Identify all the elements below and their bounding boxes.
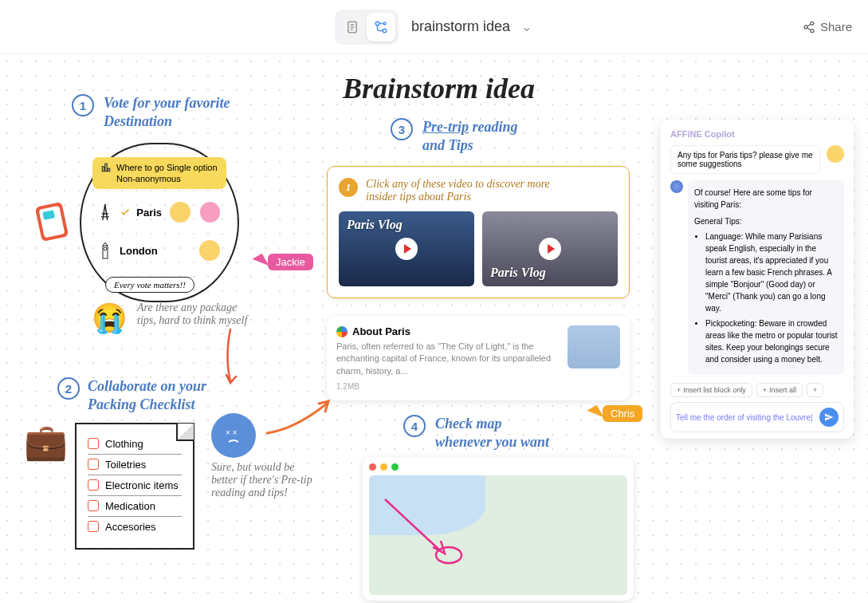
- poll-option-paris[interactable]: Paris: [92, 197, 226, 227]
- svg-line-11: [807, 28, 811, 30]
- map-image[interactable]: [369, 475, 627, 595]
- checkbox-icon[interactable]: [88, 479, 99, 491]
- window-controls: [369, 463, 627, 471]
- app-header: brainstorm idea ⌄ Share: [0, 0, 868, 54]
- section-2-heading: Collaborate on your Packing Checklist: [88, 377, 206, 415]
- list-item[interactable]: Toiletries: [88, 455, 182, 475]
- section-vote: 1 Vote for your favorite Destination Whe…: [72, 94, 319, 302]
- section-4-heading: Check map whenever you want: [435, 415, 549, 452]
- avatar: [168, 200, 191, 224]
- copilot-input-wrap: [670, 402, 844, 432]
- section-number-2: 2: [57, 377, 80, 400]
- doc-mode-button[interactable]: [338, 13, 367, 41]
- insert-list-chip[interactable]: +Insert list block only: [670, 383, 752, 397]
- comment-crying: 😭 Are there any package tips, hard to th…: [92, 302, 281, 335]
- avatar: [198, 200, 222, 224]
- mindmap-icon: [374, 20, 388, 34]
- svg-point-8: [804, 26, 807, 29]
- ai-icon: [670, 180, 683, 193]
- avatar: [198, 238, 222, 262]
- section-pretrip: 3 Pre-trip reading and Tips: [391, 118, 638, 156]
- eiffel-tower-icon: [97, 203, 113, 222]
- document-icon: [345, 20, 359, 34]
- chevron-down-icon[interactable]: ⌄: [521, 19, 532, 34]
- map-widget[interactable]: [363, 457, 634, 601]
- about-paris-card[interactable]: About Paris Paris, often referred to as …: [327, 316, 630, 400]
- mode-switcher: [335, 10, 399, 45]
- svg-point-5: [383, 29, 387, 33]
- video-thumbnail-2[interactable]: Paris Vlog: [482, 211, 618, 286]
- list-item[interactable]: Accesories: [88, 517, 182, 537]
- page-title: Brainstorm idea: [343, 72, 535, 105]
- copilot-title: AFFiNE Copilot: [670, 129, 844, 139]
- user-message: Any tips for Paris tips? please give me …: [670, 145, 820, 174]
- dizzy-face-icon: × ×: [211, 413, 256, 458]
- cursor-pointer-icon: [252, 253, 269, 271]
- hint-number: 1: [339, 178, 358, 197]
- whiteboard-canvas[interactable]: Brainstorm idea 1 Vote for your favorite…: [0, 54, 868, 603]
- collaborator-cursor-jackie: Jackie: [255, 254, 313, 270]
- about-thumbnail: [568, 325, 620, 368]
- section-number-1: 1: [72, 94, 94, 116]
- svg-rect-17: [108, 168, 109, 171]
- svg-rect-15: [102, 167, 104, 171]
- checkbox-icon[interactable]: [88, 521, 99, 532]
- poll-footer: Every vote matters!!: [105, 277, 194, 293]
- svg-point-6: [383, 22, 386, 25]
- svg-text:× ×: × ×: [226, 428, 238, 437]
- avatar: [827, 145, 844, 163]
- checkbox-icon[interactable]: [88, 438, 99, 449]
- video-card-widget[interactable]: 1 Click any of these video to discover m…: [327, 166, 630, 298]
- svg-line-10: [807, 24, 811, 26]
- svg-rect-16: [105, 164, 107, 171]
- svg-point-9: [811, 29, 814, 32]
- play-icon[interactable]: [539, 238, 561, 260]
- crying-emoji-icon: 😭: [92, 302, 128, 335]
- send-button[interactable]: [819, 408, 839, 427]
- more-chip[interactable]: +: [807, 383, 823, 397]
- play-icon[interactable]: [395, 238, 418, 260]
- poll-header: Where to go Single option Non-anonymous: [92, 157, 226, 190]
- big-ben-icon: [97, 241, 113, 260]
- poll-widget[interactable]: Where to go Single option Non-anonymous …: [80, 143, 239, 303]
- share-icon: [803, 21, 815, 34]
- briefcase-icon: 💼: [24, 421, 68, 463]
- list-item[interactable]: Electronic items: [88, 475, 182, 496]
- collaborator-cursor-chris: Chris: [590, 405, 642, 422]
- video-thumbnail-1[interactable]: Paris Vlog: [339, 211, 474, 286]
- ai-message: Of course! Here are some tips for visiti…: [688, 180, 844, 375]
- insert-all-chip[interactable]: +Insert all: [756, 383, 803, 397]
- svg-point-21: [436, 547, 461, 563]
- cursor-pointer-icon: [587, 404, 603, 423]
- list-item[interactable]: Medication: [88, 496, 182, 517]
- section-1-heading: Vote for your favorite Destination: [104, 94, 230, 132]
- svg-point-7: [811, 22, 814, 25]
- copilot-panel: AFFiNE Copilot Any tips for Paris tips? …: [661, 120, 854, 439]
- arrow-curve-icon: [263, 397, 335, 437]
- section-3-heading: Pre-trip reading and Tips: [422, 118, 518, 156]
- share-button[interactable]: Share: [803, 20, 852, 34]
- checkbox-icon[interactable]: [88, 459, 99, 470]
- section-number-3: 3: [391, 118, 413, 140]
- google-icon: [336, 326, 348, 337]
- poll-option-london[interactable]: London: [92, 235, 226, 266]
- map-route-arrow: [377, 491, 481, 571]
- whiteboard-mode-button[interactable]: [367, 13, 395, 41]
- checklist-widget[interactable]: Clothing Toiletries Electronic items Med…: [75, 423, 194, 550]
- section-number-4: 4: [403, 415, 426, 437]
- svg-point-4: [375, 22, 379, 26]
- comment-dizzy: Sure, but would be better if there's Pre…: [211, 461, 339, 499]
- list-item[interactable]: Clothing: [88, 434, 182, 455]
- document-title[interactable]: brainstorm idea: [411, 18, 510, 35]
- send-icon: [824, 412, 834, 422]
- notebook-icon: [32, 198, 72, 246]
- chart-icon: [100, 162, 112, 173]
- check-icon: [120, 207, 131, 218]
- checkbox-icon[interactable]: [88, 500, 99, 511]
- copilot-input[interactable]: [676, 413, 815, 422]
- svg-point-19: [104, 247, 107, 250]
